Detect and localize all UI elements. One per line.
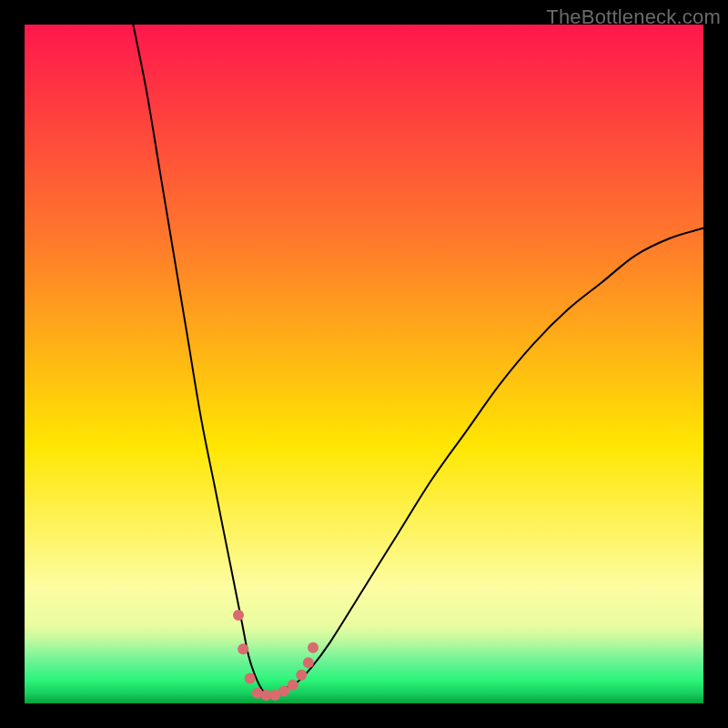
- gradient-background: [25, 25, 703, 703]
- marker-dot: [233, 610, 244, 621]
- bottleneck-chart: [25, 25, 703, 703]
- marker-dot: [296, 670, 307, 681]
- marker-dot: [278, 686, 289, 697]
- marker-dot: [238, 643, 248, 654]
- marker-dot: [245, 672, 256, 683]
- plot-frame: [25, 25, 703, 703]
- marker-dot: [303, 657, 314, 668]
- marker-dot: [288, 680, 298, 691]
- marker-dot: [308, 642, 318, 653]
